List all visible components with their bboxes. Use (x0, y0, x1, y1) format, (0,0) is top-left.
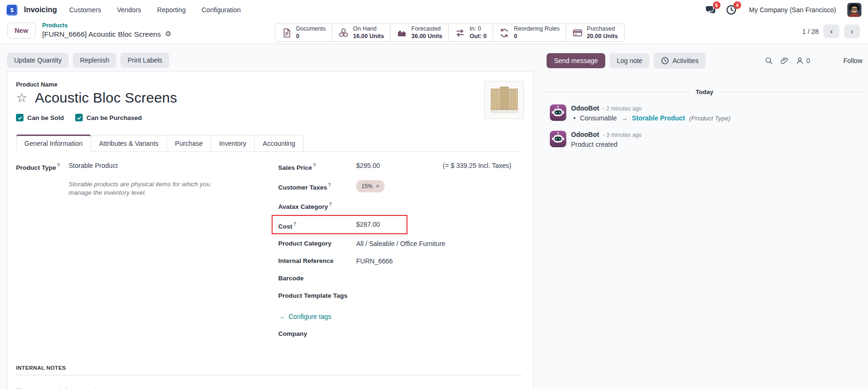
print-labels-button[interactable]: Print Labels (120, 53, 169, 68)
menu-customers[interactable]: Customers (69, 6, 101, 14)
help-icon[interactable]: ? (57, 163, 60, 168)
form-sheet: Product Name ☆ Acoustic Bloc Screens Can… (7, 71, 533, 389)
activities-clock-icon[interactable]: 4 (726, 4, 737, 16)
send-message-button[interactable]: Send message (547, 53, 605, 68)
company-switcher[interactable]: My Company (San Francisco) (749, 6, 836, 14)
chatter-message: OdooBot - 2 minutes ago • Consumable → S… (547, 104, 862, 122)
notebook-tabs: General Information Attributes & Variant… (16, 135, 522, 152)
breadcrumb-products-link[interactable]: Products (42, 22, 172, 30)
tab-inventory[interactable]: Inventory (211, 135, 255, 151)
stat-purchased[interactable]: Purchased20.00 Units (566, 24, 624, 41)
follow-button[interactable]: Follow (844, 57, 862, 64)
tag-remove-icon[interactable]: × (376, 181, 379, 191)
user-avatar[interactable] (847, 3, 861, 17)
breadcrumb: Products [FURN_6666] Acoustic Bloc Scree… (42, 22, 172, 39)
nav-right: 6 4 My Company (San Francisco) (705, 3, 861, 17)
pager-next-button[interactable]: › (844, 24, 860, 38)
fields-left-column: Product Type? Storable Product Storable … (16, 160, 278, 346)
sale-purchase-checkboxes: Can be Sold Can be Purchased (16, 114, 522, 121)
odoo-product-page: $ Invoicing Customers Vendors Reporting … (0, 0, 868, 389)
breadcrumb-current: [FURN_6666] Acoustic Bloc Screens (42, 30, 161, 39)
message-timestamp: - 3 minutes ago (603, 132, 642, 138)
checkbox-checked-icon (16, 114, 23, 121)
can-be-sold-checkbox[interactable]: Can be Sold (16, 114, 64, 121)
attachment-paperclip-icon[interactable] (780, 56, 789, 65)
internal-notes-placeholder[interactable]: This note is only for internal purposes. (16, 387, 522, 389)
search-icon[interactable] (765, 56, 773, 65)
tracking-change-line: • Consumable → Storable Product (Product… (571, 114, 731, 122)
update-quantity-button[interactable]: Update Quantity (7, 53, 69, 68)
help-icon[interactable]: ? (313, 163, 316, 168)
field-product-type: Product Type? Storable Product (16, 160, 278, 173)
help-icon[interactable]: ? (328, 183, 331, 188)
arrow-right-icon: → (278, 311, 285, 322)
replenish-button[interactable]: Replenish (73, 53, 116, 68)
product-title[interactable]: Acoustic Bloc Screens (35, 90, 177, 106)
odoobot-avatar[interactable] (550, 104, 566, 121)
configure-tags-link[interactable]: → Configure tags (278, 311, 331, 322)
menu-reporting[interactable]: Reporting (157, 6, 186, 14)
message-author[interactable]: OdooBot (571, 104, 599, 112)
date-divider-label: Today (696, 88, 713, 95)
chatter-icons: 0 Follow (765, 56, 862, 65)
document-icon (282, 28, 292, 38)
tracking-field-name: (Product Type) (689, 115, 730, 122)
product-category-value[interactable]: All / Saleable / Office Furniture (356, 238, 446, 249)
fields-right-column: Sales Price? $295.00 (= $ 339.25 Incl. T… (278, 160, 522, 346)
tab-purchase[interactable]: Purchase (166, 135, 211, 151)
stat-documents[interactable]: Documents0 (275, 24, 332, 41)
stat-forecasted[interactable]: In: 0Forecasted36.00 Units (391, 24, 449, 41)
breadcrumb-area: New Products [FURN_6666] Acoustic Bloc S… (7, 22, 172, 39)
pager-previous-button[interactable]: ‹ (823, 24, 839, 38)
area-chart-icon (397, 28, 407, 38)
messages-icon[interactable]: 6 (705, 4, 716, 16)
date-divider: Today (547, 88, 862, 95)
follower-person-icon (796, 56, 804, 65)
followers-button[interactable]: 0 (796, 56, 810, 65)
favorite-star-icon[interactable]: ☆ (16, 92, 27, 104)
invoicing-app-icon[interactable]: $ (7, 5, 17, 16)
field-internal-reference: Internal Reference FURN_6666 (278, 256, 522, 266)
stat-on-hand[interactable]: On Hand16.00 Units (332, 24, 391, 41)
product-type-value[interactable]: Storable Product (69, 160, 117, 171)
tab-general-information[interactable]: General Information (16, 135, 91, 152)
activities-button[interactable]: Activities (654, 53, 705, 69)
internal-notes-section: INTERNAL NOTES This note is only for int… (16, 365, 522, 389)
help-icon[interactable]: ? (329, 202, 332, 207)
arrow-right-icon: → (621, 114, 628, 122)
stat-reordering-rules[interactable]: Reordering Rules0 (493, 24, 566, 41)
followers-count: 0 (806, 57, 810, 64)
help-icon[interactable]: ? (293, 222, 296, 227)
chatter-toolbar: Send message Log note Activities 0 Follo… (547, 53, 862, 69)
pager: 1 / 28 ‹ › (802, 24, 860, 38)
internal-notes-header: INTERNAL NOTES (16, 365, 522, 375)
sales-price-value[interactable]: $295.00 (356, 160, 380, 171)
tab-accounting[interactable]: Accounting (254, 135, 304, 151)
cost-value[interactable]: $287.00 (356, 219, 380, 230)
field-customer-taxes: Customer Taxes? 15% × (278, 180, 522, 193)
menu-vendors[interactable]: Vendors (117, 6, 141, 14)
message-author[interactable]: OdooBot (571, 131, 599, 138)
can-be-purchased-checkbox[interactable]: Can be Purchased (75, 114, 142, 121)
message-timestamp: - 2 minutes ago (603, 105, 642, 112)
product-image[interactable] (484, 81, 524, 119)
pager-count: 1 / 28 (802, 28, 819, 35)
transfer-arrows-icon (455, 28, 465, 38)
message-body: Product created (571, 141, 641, 148)
stat-in-out[interactable]: In: 0Out: 0 (449, 24, 493, 41)
field-cost: Cost? $287.00 (278, 219, 522, 232)
log-note-button[interactable]: Log note (610, 53, 649, 68)
dollar-glyph: $ (7, 5, 17, 16)
menu-configuration[interactable]: Configuration (202, 6, 241, 14)
field-barcode: Barcode (278, 273, 522, 284)
odoobot-avatar[interactable] (550, 131, 566, 147)
app-name-menu[interactable]: Invoicing (24, 6, 57, 14)
activities-badge: 4 (734, 1, 741, 9)
gear-icon[interactable]: ⚙ (165, 30, 171, 39)
tax-tag[interactable]: 15% × (356, 180, 384, 192)
chatter-message: OdooBot - 3 minutes ago Product created (547, 131, 862, 148)
internal-reference-value[interactable]: FURN_6666 (356, 256, 393, 266)
product-name-label: Product Name (16, 81, 522, 88)
tab-attributes-variants[interactable]: Attributes & Variants (91, 135, 167, 151)
new-button[interactable]: New (7, 23, 36, 39)
